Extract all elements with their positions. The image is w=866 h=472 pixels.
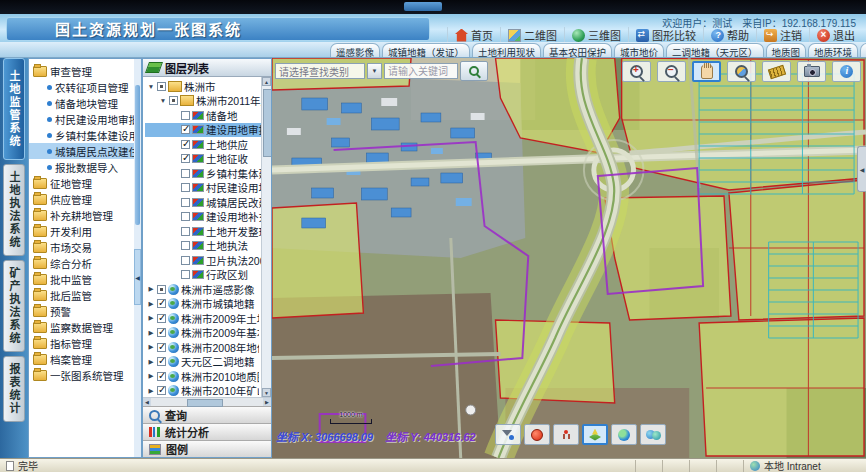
layer-row[interactable]: 建设用地审批	[145, 123, 271, 138]
map-tool-button[interactable]	[524, 424, 550, 445]
system-tab[interactable]: 土地执法系统	[3, 164, 25, 256]
menu-item[interactable]: 储备地块管理	[29, 95, 142, 111]
layer-row[interactable]: 株洲市	[145, 79, 259, 94]
map-tool-button[interactable]	[495, 424, 521, 445]
layer-tab[interactable]: 遥感影像	[330, 43, 380, 57]
layer-row[interactable]: 城镇居民改建	[145, 195, 271, 210]
layer-checkbox[interactable]	[181, 198, 190, 207]
right-panel-collapse-handle[interactable]	[857, 146, 866, 192]
search-category-select[interactable]: 请选择查找类别	[275, 63, 365, 79]
layer-checkbox[interactable]	[157, 299, 166, 308]
expand-arrow-icon[interactable]	[147, 358, 155, 366]
layer-checkbox[interactable]	[181, 169, 190, 178]
expand-arrow-icon[interactable]	[147, 83, 155, 90]
toolbar-button[interactable]: 二维图	[500, 27, 564, 43]
toolbar-button[interactable]: 帮助	[703, 27, 756, 43]
layer-checkbox[interactable]	[157, 343, 166, 352]
expand-arrow-icon[interactable]	[159, 97, 167, 104]
menu-item[interactable]: 乡镇村集体建设用地	[29, 127, 142, 143]
map-tool-button[interactable]	[832, 61, 861, 82]
menu-item[interactable]: 供应管理	[29, 191, 133, 207]
layer-checkbox[interactable]	[157, 82, 166, 91]
layer-checkbox[interactable]	[169, 96, 178, 105]
layer-tab[interactable]: 城市地价	[614, 43, 664, 57]
layer-row[interactable]: 土地开发整理	[145, 224, 271, 239]
menu-item[interactable]: 指标管理	[29, 335, 133, 351]
layer-row[interactable]: 土地供应	[145, 137, 271, 152]
menu-item[interactable]: 批后监管	[29, 287, 133, 303]
layer-row[interactable]: 天元区二调地籍	[145, 355, 259, 370]
layer-row[interactable]: 株洲市2008年地价	[145, 340, 259, 355]
layer-row[interactable]: 株洲市2009年土地利用	[145, 311, 259, 326]
layer-checkbox[interactable]	[181, 111, 190, 120]
map-tool-button[interactable]	[762, 61, 791, 82]
layer-row[interactable]: 卫片执法200	[145, 253, 271, 268]
menu-item[interactable]: 监察数据管理	[29, 319, 133, 335]
layer-row[interactable]: 株洲市2010地质图	[145, 369, 259, 384]
map-tool-button[interactable]	[611, 424, 637, 445]
layer-row[interactable]: 土地执法	[145, 239, 271, 254]
expand-arrow-icon[interactable]	[147, 343, 155, 351]
layer-row[interactable]: 储备地	[145, 108, 271, 123]
layer-row[interactable]: 土地征收	[145, 152, 271, 167]
layer-checkbox[interactable]	[157, 386, 166, 395]
layer-row[interactable]: 株洲市2011年用	[145, 94, 271, 109]
menu-item[interactable]: 补充耕地管理	[29, 207, 133, 223]
layer-tab[interactable]: 城镇地籍（发证）	[382, 43, 470, 57]
layer-checkbox[interactable]	[181, 241, 190, 250]
layer-checkbox[interactable]	[181, 256, 190, 265]
layer-checkbox[interactable]	[157, 328, 166, 337]
menu-item[interactable]: 审查管理	[29, 63, 133, 79]
layer-checkbox[interactable]	[157, 285, 166, 294]
expand-arrow-icon[interactable]	[147, 300, 155, 308]
expand-arrow-icon[interactable]	[147, 387, 155, 395]
layer-row[interactable]: 行政区划	[145, 268, 271, 283]
menu-item[interactable]: 一张图系统管理	[29, 367, 133, 383]
layer-row[interactable]: 建设用地补充	[145, 210, 271, 225]
menu-item[interactable]: 市场交易	[29, 239, 133, 255]
expand-arrow-icon[interactable]	[147, 372, 155, 380]
layer-checkbox[interactable]	[181, 125, 190, 134]
hscroll-thumb[interactable]	[187, 399, 223, 407]
map-tool-button[interactable]	[727, 61, 756, 82]
layer-row[interactable]: 株洲市城镇地籍	[145, 297, 259, 312]
layer-row[interactable]: 株洲市2009年基本农田	[145, 326, 259, 341]
system-tab[interactable]: 矿产执法系统	[3, 260, 25, 352]
layer-tab[interactable]: 地质图	[766, 43, 807, 57]
keyword-input[interactable]	[384, 63, 458, 79]
layer-checkbox[interactable]	[181, 183, 190, 192]
layer-tab[interactable]: 土地利用现状	[472, 43, 541, 57]
menu-item[interactable]: 开发利用	[29, 223, 133, 239]
map-viewport[interactable]: 请选择查找类别	[272, 58, 866, 458]
layer-checkbox[interactable]	[157, 372, 166, 381]
layer-row[interactable]: 乡镇村集体建	[145, 166, 271, 181]
expand-arrow-icon[interactable]	[147, 285, 155, 293]
layer-tab[interactable]: 矿业权登记	[860, 43, 866, 57]
map-tool-button[interactable]	[692, 61, 721, 82]
toolbar-button[interactable]: 三维图	[564, 27, 628, 43]
menu-item[interactable]: 批中监管	[29, 271, 133, 287]
map-marker[interactable]	[466, 405, 476, 415]
expand-arrow-icon[interactable]	[147, 329, 155, 337]
layer-checkbox[interactable]	[157, 314, 166, 323]
toolbar-button[interactable]: 注销	[756, 27, 809, 43]
menu-item[interactable]: 城镇居民点改建住宅用	[29, 143, 142, 159]
scroll-right-arrow[interactable]: ▶	[263, 398, 271, 406]
map-tool-button[interactable]	[640, 424, 666, 445]
map-tool-button[interactable]	[797, 61, 826, 82]
menu-item[interactable]: 征地管理	[29, 175, 133, 191]
scroll-down-arrow[interactable]: ▼	[262, 388, 271, 397]
toolbar-button[interactable]: 首页	[447, 27, 500, 43]
accordion-section[interactable]: 统计分析	[143, 423, 271, 440]
layer-checkbox[interactable]	[181, 270, 190, 279]
menu-item[interactable]: 预警	[29, 303, 133, 319]
menu-item[interactable]: 农转征项目管理	[29, 79, 142, 95]
scroll-left-arrow[interactable]: ◀	[143, 398, 151, 406]
accordion-section[interactable]: 图例	[143, 440, 271, 457]
search-button[interactable]	[460, 61, 488, 81]
system-tab[interactable]: 报表统计	[3, 356, 25, 422]
map-canvas[interactable]	[272, 58, 866, 458]
map-tool-button[interactable]	[622, 61, 651, 82]
layer-checkbox[interactable]	[157, 357, 166, 366]
map-tool-button[interactable]	[657, 61, 686, 82]
